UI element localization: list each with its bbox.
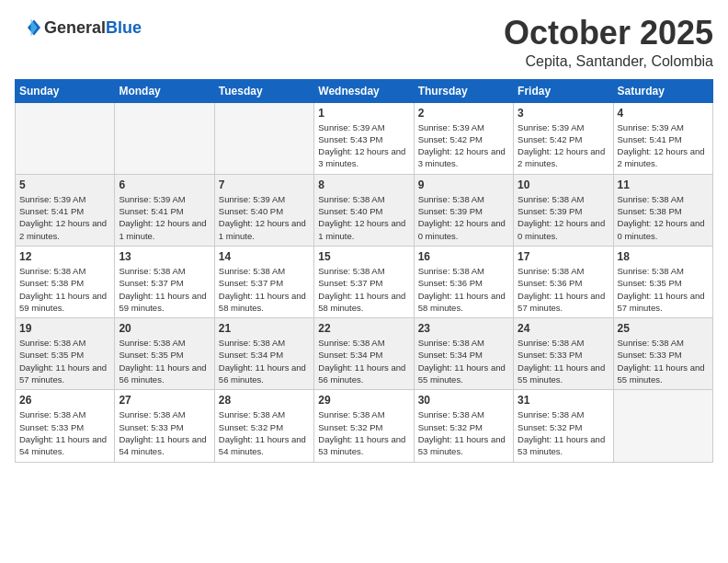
day-number: 20 <box>119 322 210 335</box>
calendar-day-7: 7Sunrise: 5:39 AMSunset: 5:40 PMDaylight… <box>214 174 313 246</box>
calendar-day-5: 5Sunrise: 5:39 AMSunset: 5:41 PMDaylight… <box>16 174 115 246</box>
calendar-day-20: 20Sunrise: 5:38 AMSunset: 5:35 PMDayligh… <box>115 318 214 390</box>
day-info: Sunrise: 5:38 AMSunset: 5:38 PMDaylight:… <box>19 265 110 314</box>
day-number: 29 <box>318 394 409 407</box>
day-number: 2 <box>418 107 509 120</box>
calendar-week-4: 19Sunrise: 5:38 AMSunset: 5:35 PMDayligh… <box>16 318 713 390</box>
calendar-day-empty-0-2 <box>214 102 313 174</box>
day-number: 30 <box>418 394 509 407</box>
day-number: 18 <box>618 250 709 263</box>
day-number: 15 <box>318 250 409 263</box>
calendar-day-10: 10Sunrise: 5:38 AMSunset: 5:39 PMDayligh… <box>514 174 613 246</box>
day-number: 11 <box>618 178 709 191</box>
calendar-week-3: 12Sunrise: 5:38 AMSunset: 5:38 PMDayligh… <box>16 246 713 317</box>
header-day-saturday: Saturday <box>613 79 712 102</box>
day-info: Sunrise: 5:38 AMSunset: 5:32 PMDaylight:… <box>518 408 609 457</box>
day-number: 1 <box>318 107 409 120</box>
day-number: 4 <box>618 107 709 120</box>
day-info: Sunrise: 5:38 AMSunset: 5:40 PMDaylight:… <box>318 193 409 242</box>
day-number: 27 <box>119 394 210 407</box>
day-info: Sunrise: 5:39 AMSunset: 5:41 PMDaylight:… <box>119 193 210 242</box>
calendar-day-11: 11Sunrise: 5:38 AMSunset: 5:38 PMDayligh… <box>613 174 712 246</box>
day-number: 22 <box>318 322 409 335</box>
day-info: Sunrise: 5:38 AMSunset: 5:32 PMDaylight:… <box>219 408 310 457</box>
day-info: Sunrise: 5:38 AMSunset: 5:33 PMDaylight:… <box>618 337 709 385</box>
calendar-day-2: 2Sunrise: 5:39 AMSunset: 5:42 PMDaylight… <box>414 102 513 174</box>
day-number: 8 <box>318 178 409 191</box>
calendar-week-5: 26Sunrise: 5:38 AMSunset: 5:33 PMDayligh… <box>16 390 713 462</box>
day-info: Sunrise: 5:39 AMSunset: 5:42 PMDaylight:… <box>518 121 609 170</box>
day-info: Sunrise: 5:38 AMSunset: 5:34 PMDaylight:… <box>219 337 310 385</box>
logo-icon <box>15 15 40 40</box>
header-day-monday: Monday <box>115 79 214 102</box>
calendar-day-30: 30Sunrise: 5:38 AMSunset: 5:32 PMDayligh… <box>414 390 513 462</box>
day-number: 10 <box>518 178 609 191</box>
calendar-day-3: 3Sunrise: 5:39 AMSunset: 5:42 PMDaylight… <box>514 102 613 174</box>
day-info: Sunrise: 5:38 AMSunset: 5:36 PMDaylight:… <box>518 265 609 314</box>
day-info: Sunrise: 5:38 AMSunset: 5:35 PMDaylight:… <box>618 265 709 314</box>
day-number: 9 <box>418 178 509 191</box>
calendar-week-2: 5Sunrise: 5:39 AMSunset: 5:41 PMDaylight… <box>16 174 713 246</box>
header-day-friday: Friday <box>514 79 613 102</box>
calendar-day-22: 22Sunrise: 5:38 AMSunset: 5:34 PMDayligh… <box>314 318 414 390</box>
day-number: 7 <box>219 178 310 191</box>
calendar-day-24: 24Sunrise: 5:38 AMSunset: 5:33 PMDayligh… <box>514 318 613 390</box>
calendar-day-28: 28Sunrise: 5:38 AMSunset: 5:32 PMDayligh… <box>214 390 313 462</box>
day-info: Sunrise: 5:39 AMSunset: 5:40 PMDaylight:… <box>219 193 310 242</box>
day-info: Sunrise: 5:38 AMSunset: 5:39 PMDaylight:… <box>418 193 509 242</box>
calendar-day-14: 14Sunrise: 5:38 AMSunset: 5:37 PMDayligh… <box>214 246 313 317</box>
calendar-week-1: 1Sunrise: 5:39 AMSunset: 5:43 PMDaylight… <box>16 102 713 174</box>
day-info: Sunrise: 5:39 AMSunset: 5:41 PMDaylight:… <box>19 193 110 242</box>
calendar-day-26: 26Sunrise: 5:38 AMSunset: 5:33 PMDayligh… <box>16 390 115 462</box>
day-info: Sunrise: 5:38 AMSunset: 5:38 PMDaylight:… <box>618 193 709 242</box>
day-number: 16 <box>418 250 509 263</box>
logo-blue: Blue <box>106 18 142 37</box>
day-number: 24 <box>518 322 609 335</box>
day-info: Sunrise: 5:38 AMSunset: 5:34 PMDaylight:… <box>318 337 409 385</box>
calendar-day-21: 21Sunrise: 5:38 AMSunset: 5:34 PMDayligh… <box>214 318 313 390</box>
calendar-day-29: 29Sunrise: 5:38 AMSunset: 5:32 PMDayligh… <box>314 390 414 462</box>
day-info: Sunrise: 5:38 AMSunset: 5:33 PMDaylight:… <box>518 337 609 385</box>
day-info: Sunrise: 5:38 AMSunset: 5:33 PMDaylight:… <box>119 408 210 457</box>
header-day-sunday: Sunday <box>16 79 115 102</box>
day-number: 13 <box>119 250 210 263</box>
calendar-day-1: 1Sunrise: 5:39 AMSunset: 5:43 PMDaylight… <box>314 102 414 174</box>
logo-text: GeneralBlue <box>44 18 142 38</box>
day-number: 31 <box>518 394 609 407</box>
day-info: Sunrise: 5:38 AMSunset: 5:37 PMDaylight:… <box>318 265 409 314</box>
day-info: Sunrise: 5:38 AMSunset: 5:32 PMDaylight:… <box>318 408 409 457</box>
calendar-day-9: 9Sunrise: 5:38 AMSunset: 5:39 PMDaylight… <box>414 174 513 246</box>
calendar: SundayMondayTuesdayWednesdayThursdayFrid… <box>15 79 713 463</box>
calendar-day-17: 17Sunrise: 5:38 AMSunset: 5:36 PMDayligh… <box>514 246 613 317</box>
calendar-day-8: 8Sunrise: 5:38 AMSunset: 5:40 PMDaylight… <box>314 174 414 246</box>
calendar-day-31: 31Sunrise: 5:38 AMSunset: 5:32 PMDayligh… <box>514 390 613 462</box>
title-section: October 2025 Cepita, Santander, Colombia <box>504 15 713 70</box>
calendar-day-18: 18Sunrise: 5:38 AMSunset: 5:35 PMDayligh… <box>613 246 712 317</box>
logo-general: General <box>44 18 106 37</box>
calendar-day-27: 27Sunrise: 5:38 AMSunset: 5:33 PMDayligh… <box>115 390 214 462</box>
day-number: 6 <box>119 178 210 191</box>
calendar-header-row: SundayMondayTuesdayWednesdayThursdayFrid… <box>16 79 713 102</box>
calendar-day-12: 12Sunrise: 5:38 AMSunset: 5:38 PMDayligh… <box>16 246 115 317</box>
day-number: 28 <box>219 394 310 407</box>
calendar-day-empty-0-0 <box>16 102 115 174</box>
day-number: 26 <box>19 394 110 407</box>
header: GeneralBlue October 2025 Cepita, Santand… <box>15 15 713 70</box>
day-number: 3 <box>518 107 609 120</box>
day-info: Sunrise: 5:38 AMSunset: 5:33 PMDaylight:… <box>19 408 110 457</box>
day-info: Sunrise: 5:38 AMSunset: 5:37 PMDaylight:… <box>219 265 310 314</box>
day-number: 23 <box>418 322 509 335</box>
day-info: Sunrise: 5:38 AMSunset: 5:34 PMDaylight:… <box>418 337 509 385</box>
day-number: 5 <box>19 178 110 191</box>
day-number: 25 <box>618 322 709 335</box>
calendar-day-16: 16Sunrise: 5:38 AMSunset: 5:36 PMDayligh… <box>414 246 513 317</box>
day-info: Sunrise: 5:38 AMSunset: 5:36 PMDaylight:… <box>418 265 509 314</box>
day-info: Sunrise: 5:38 AMSunset: 5:32 PMDaylight:… <box>418 408 509 457</box>
day-info: Sunrise: 5:38 AMSunset: 5:35 PMDaylight:… <box>19 337 110 385</box>
day-info: Sunrise: 5:38 AMSunset: 5:39 PMDaylight:… <box>518 193 609 242</box>
calendar-day-19: 19Sunrise: 5:38 AMSunset: 5:35 PMDayligh… <box>16 318 115 390</box>
day-info: Sunrise: 5:38 AMSunset: 5:37 PMDaylight:… <box>119 265 210 314</box>
month-title: October 2025 <box>504 15 713 52</box>
day-info: Sunrise: 5:39 AMSunset: 5:42 PMDaylight:… <box>418 121 509 170</box>
calendar-day-15: 15Sunrise: 5:38 AMSunset: 5:37 PMDayligh… <box>314 246 414 317</box>
